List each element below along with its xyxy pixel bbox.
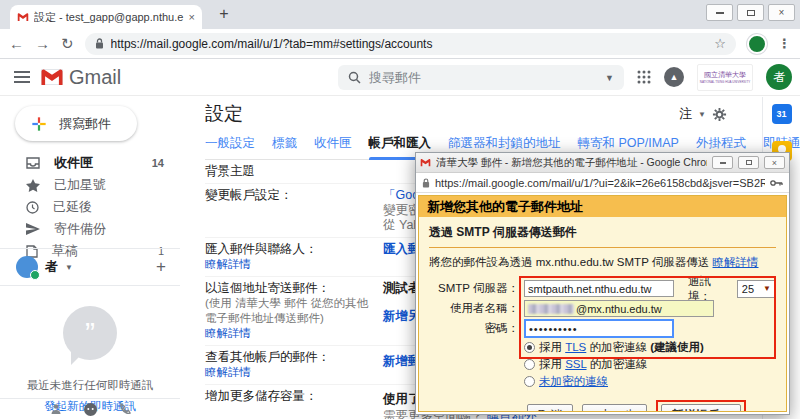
row-label: 匯入郵件與聯絡人： bbox=[205, 242, 383, 257]
tls-option-row[interactable]: 採用 TLS 的加密連線 (建議使用) bbox=[524, 340, 776, 355]
search-bar[interactable]: ▼ bbox=[338, 65, 624, 90]
address-bar[interactable]: https://mail.google.com/mail/u/1/?tab=mm… bbox=[85, 33, 736, 55]
sidebar-item-inbox[interactable]: 收件匣 14 bbox=[0, 152, 180, 174]
row-label-group: 匯入郵件與聯絡人： 瞭解詳情 bbox=[205, 242, 383, 272]
tab-filters[interactable]: 篩選器和封鎖的地址 bbox=[448, 135, 561, 152]
learn-more-link[interactable]: 瞭解詳情 bbox=[205, 326, 383, 341]
tab-labels[interactable]: 標籤 bbox=[272, 135, 297, 152]
port-select[interactable]: 25 ▼ bbox=[737, 280, 776, 298]
tab-general[interactable]: 一般設定 bbox=[205, 135, 255, 152]
lock-icon bbox=[95, 38, 104, 49]
cancel-button[interactable]: 取消 bbox=[527, 404, 573, 412]
chrome-menu-icon[interactable]: ⋮ bbox=[778, 36, 791, 51]
highlight-box-add-button: 新增帳戶 » bbox=[656, 400, 746, 412]
tab-addons[interactable]: 外掛程式 bbox=[696, 135, 746, 152]
apps-grid-icon[interactable] bbox=[637, 70, 651, 84]
account-avatar[interactable]: 者 bbox=[766, 64, 792, 90]
new-chat-plus-button[interactable]: + bbox=[156, 257, 166, 277]
learn-more-link[interactable]: 瞭解詳情 bbox=[205, 257, 383, 272]
sidebar-footer bbox=[0, 398, 180, 419]
popup-heading: 新增您其他的電子郵件地址 bbox=[419, 196, 786, 217]
search-input[interactable] bbox=[369, 70, 597, 85]
hangouts-empty-text: 最近未進行任何即時通訊 bbox=[0, 378, 180, 393]
popup-address-bar[interactable]: https://mail.google.com/mail/u/1/?ui=2&i… bbox=[416, 173, 789, 193]
tab-inbox[interactable]: 收件匣 bbox=[314, 135, 352, 152]
chrome-profile-avatar[interactable] bbox=[747, 34, 767, 54]
minimize-button[interactable] bbox=[706, 4, 733, 21]
key-icon[interactable] bbox=[770, 179, 783, 187]
clock-icon bbox=[26, 201, 39, 214]
chat-profile-row[interactable]: 者 ▼ + bbox=[0, 254, 180, 280]
popup-minimize-button[interactable] bbox=[712, 156, 733, 169]
search-options-caret-icon[interactable]: ▼ bbox=[605, 73, 614, 83]
learn-more-link[interactable]: 瞭解詳情 bbox=[713, 256, 759, 268]
contacts-tab-icon[interactable] bbox=[50, 403, 62, 415]
smtp-server-input[interactable] bbox=[524, 280, 674, 297]
browser-window: 設定 - test_gapp@gapp.nthu.e × + × ← → ↻ h… bbox=[0, 0, 800, 419]
unencrypted-radio-button[interactable] bbox=[524, 376, 535, 387]
ssl-radio-button[interactable] bbox=[524, 359, 535, 370]
sidebar-item-label: 已加星號 bbox=[54, 176, 150, 194]
gmail-logo[interactable]: Gmail bbox=[40, 66, 121, 89]
chat-profile-name: 者 bbox=[45, 258, 58, 276]
hangouts-tab-icon[interactable] bbox=[84, 403, 97, 416]
forward-icon[interactable]: → bbox=[35, 36, 50, 51]
popup-title-bar[interactable]: 清華大學 郵件 - 新增您其他的電子郵件地址 - Google Chrome × bbox=[416, 153, 789, 173]
reload-icon[interactable]: ↻ bbox=[61, 36, 74, 51]
learn-more-link[interactable]: 瞭解詳情 bbox=[205, 365, 383, 380]
unencrypted-option-row[interactable]: 未加密的連線 bbox=[524, 374, 776, 389]
phone-tab-icon[interactable] bbox=[119, 403, 131, 415]
hangouts-icon: ” bbox=[63, 306, 117, 360]
page-title: 設定 bbox=[205, 101, 243, 127]
browser-tab-strip: 設定 - test_gapp@gapp.nthu.e × + × bbox=[0, 0, 800, 29]
maximize-icon bbox=[746, 160, 752, 165]
unencrypted-link[interactable]: 未加密的連線 bbox=[539, 374, 608, 389]
compose-button[interactable]: 撰寫郵件 bbox=[15, 106, 137, 141]
section-title: 透過 SMTP 伺服器傳送郵件 bbox=[429, 224, 776, 241]
input-tools-indicator[interactable]: 注 bbox=[679, 105, 692, 123]
new-tab-button[interactable]: + bbox=[214, 5, 234, 23]
tab-forwarding[interactable]: 轉寄和 POP/IMAP bbox=[578, 135, 679, 152]
window-controls: × bbox=[706, 4, 795, 21]
tls-link[interactable]: TLS bbox=[565, 341, 586, 353]
search-icon bbox=[348, 71, 361, 84]
maximize-button[interactable] bbox=[737, 4, 764, 21]
gear-icon[interactable] bbox=[712, 107, 727, 122]
close-button[interactable]: × bbox=[768, 4, 795, 21]
tls-radio-button[interactable] bbox=[524, 342, 535, 353]
smtp-form: SMTP 伺服器： 通訊埠： 25 ▼ 使用者名稱： @mx.nthu.edu.… bbox=[429, 279, 776, 412]
notification-icon[interactable]: ▲ bbox=[664, 67, 684, 87]
ssl-option-text: 採用 SSL 的加密連線 bbox=[539, 357, 647, 372]
username-input[interactable]: @mx.nthu.edu.tw bbox=[524, 300, 714, 317]
star-icon bbox=[26, 179, 40, 192]
back-button[interactable]: «上一步 bbox=[582, 404, 647, 412]
smtp-server-row: SMTP 伺服器： 通訊埠： 25 ▼ bbox=[429, 279, 776, 298]
popup-maximize-button[interactable] bbox=[738, 156, 759, 169]
sidebar-item-sent[interactable]: 寄件備份 bbox=[0, 218, 180, 240]
back-icon[interactable]: ← bbox=[9, 36, 24, 51]
sidebar-item-starred[interactable]: 已加星號 bbox=[0, 174, 180, 196]
settings-header-right: 注 ▼ bbox=[679, 105, 762, 123]
main-menu-icon[interactable] bbox=[14, 71, 30, 83]
tab-close-icon[interactable]: × bbox=[189, 11, 195, 23]
row-note: 電子郵件地址傳送郵件) bbox=[205, 311, 383, 326]
ssl-option-row[interactable]: 採用 SSL 的加密連線 bbox=[524, 357, 776, 372]
popup-button-row: 取消 «上一步 新增帳戶 » bbox=[527, 400, 776, 412]
university-logo-subtext: NATIONAL TSING HUA UNIVERSITY bbox=[700, 80, 750, 84]
password-input[interactable] bbox=[524, 319, 674, 338]
input-tools-caret-icon[interactable]: ▼ bbox=[698, 110, 706, 119]
popup-close-button[interactable]: × bbox=[764, 156, 785, 169]
row-label: 查看其他帳戶的郵件： bbox=[205, 350, 383, 365]
sidebar-nav: 收件匣 14 已加星號 已延後 寄件備份 bbox=[0, 152, 180, 262]
sidebar-item-snoozed[interactable]: 已延後 bbox=[0, 196, 180, 218]
section-divider bbox=[429, 247, 776, 248]
tab-accounts-import[interactable]: 帳戶和匯入 bbox=[369, 135, 432, 152]
browser-tab[interactable]: 設定 - test_gapp@gapp.nthu.e × bbox=[10, 5, 202, 29]
maximize-icon bbox=[747, 10, 755, 16]
add-account-button[interactable]: 新增帳戶 » bbox=[661, 404, 741, 412]
popup-url-text: https://mail.google.com/mail/u/1/?ui=2&i… bbox=[435, 177, 765, 189]
calendar-icon[interactable]: 31 bbox=[772, 104, 792, 124]
bookmark-star-icon[interactable]: ☆ bbox=[714, 36, 726, 51]
sidebar: 撰寫郵件 收件匣 14 已加星號 已延後 bbox=[0, 97, 180, 419]
ssl-link[interactable]: SSL bbox=[565, 358, 586, 370]
